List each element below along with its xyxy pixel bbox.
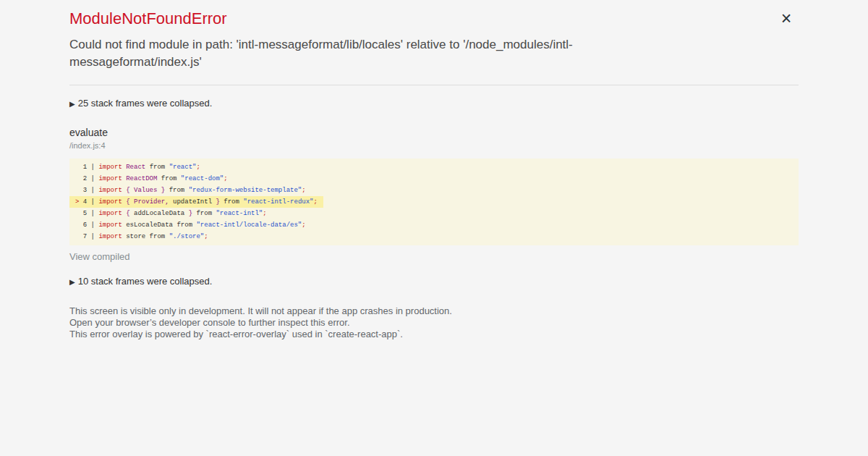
collapsed-frames-bottom-label: 10 stack frames were collapsed. — [78, 276, 213, 287]
code-line: 5 | import { addLocaleData } from "react… — [69, 208, 799, 219]
footer-line: This error overlay is powered by `react-… — [69, 329, 799, 340]
error-message: Could not find module in path: 'intl-mes… — [69, 36, 684, 71]
footer-note: This screen is visible only in developme… — [69, 305, 799, 340]
collapsed-frames-bottom[interactable]: ▶10 stack frames were collapsed. — [69, 276, 799, 287]
expand-triangle-icon: ▶ — [69, 278, 75, 286]
footer-line: Open your browser’s developer console to… — [69, 317, 799, 329]
stack-frame-location: /index.js:4 — [69, 141, 799, 151]
expand-triangle-icon: ▶ — [69, 100, 75, 108]
code-line: 2 | import ReactDOM from "react-dom"; — [69, 173, 799, 185]
error-title: ModuleNotFoundError — [69, 0, 799, 28]
divider — [69, 85, 799, 85]
code-line: 7 | import store from "./store"; — [69, 231, 799, 242]
collapsed-frames-top[interactable]: ▶25 stack frames were collapsed. — [69, 98, 799, 109]
footer-line: This screen is visible only in developme… — [69, 305, 799, 317]
stack-frame-function: evaluate — [69, 127, 799, 139]
code-line: 6 | import esLocaleData from "react-intl… — [69, 219, 799, 231]
close-icon[interactable]: × — [775, 7, 797, 29]
view-compiled-link[interactable]: View compiled — [69, 251, 799, 262]
code-line-error: > 4 | import { Provider, updateIntl } fr… — [69, 196, 323, 208]
code-line: 1 | import React from "react"; — [69, 161, 799, 173]
error-overlay: ModuleNotFoundError Could not find modul… — [0, 0, 868, 456]
code-block[interactable]: 1 | import React from "react"; 2 | impor… — [69, 159, 799, 245]
code-line: 3 | import { Values } from "redux-form-w… — [69, 185, 799, 196]
collapsed-frames-top-label: 25 stack frames were collapsed. — [78, 98, 213, 109]
